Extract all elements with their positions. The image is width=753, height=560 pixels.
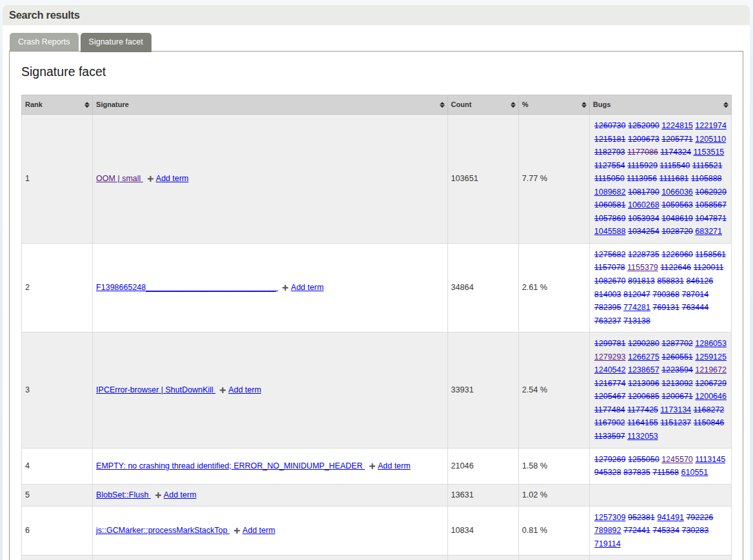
bug-link[interactable]: 1153515 — [694, 148, 725, 157]
bug-link[interactable]: 745334 — [652, 526, 680, 535]
bug-link[interactable]: 1200671 — [661, 392, 693, 401]
bug-link[interactable]: 1219672 — [695, 365, 727, 374]
bug-link[interactable]: 782395 — [594, 303, 621, 312]
bug-link[interactable]: 1245570 — [661, 455, 693, 464]
bug-link[interactable]: 1238657 — [628, 365, 660, 374]
bug-link[interactable]: 1115540 — [660, 161, 690, 170]
bug-link[interactable]: 1028720 — [661, 227, 693, 236]
add-term-link[interactable]: Add term — [291, 283, 324, 292]
bug-link[interactable]: 1127554 — [594, 161, 625, 170]
bug-link[interactable]: 1205771 — [661, 135, 693, 144]
bug-link[interactable]: 1177086 — [627, 148, 658, 157]
bug-link[interactable]: 1053934 — [628, 214, 660, 223]
bug-link[interactable]: 772441 — [623, 526, 650, 535]
column-header-rank[interactable]: Rank — [22, 95, 93, 115]
add-term-link[interactable]: Add term — [228, 385, 261, 394]
bug-link[interactable]: 1177425 — [627, 405, 658, 414]
bug-link[interactable]: 1275682 — [594, 250, 626, 259]
bug-link[interactable]: 1062929 — [695, 188, 727, 197]
bug-link[interactable]: 1058567 — [695, 200, 727, 209]
column-header-bugs[interactable]: Bugs — [589, 95, 731, 115]
bug-link[interactable]: 1059563 — [661, 200, 693, 209]
bug-link[interactable]: 1205467 — [594, 392, 626, 401]
bug-link[interactable]: 1252090 — [628, 121, 660, 130]
bug-link[interactable]: 1120011 — [694, 263, 724, 272]
bug-link[interactable]: 1266275 — [628, 352, 660, 362]
bug-link[interactable]: 1045588 — [594, 227, 626, 236]
column-header-count[interactable]: Count — [447, 95, 518, 115]
bug-link[interactable]: 1034254 — [628, 227, 660, 236]
bug-link[interactable]: 1082670 — [594, 276, 626, 285]
bug-link[interactable]: 1255050 — [628, 455, 660, 464]
bug-link[interactable]: 1205110 — [695, 135, 726, 144]
bug-link[interactable]: 1168272 — [694, 405, 725, 414]
bug-link[interactable]: 1155379 — [627, 263, 658, 272]
bug-link[interactable]: 812047 — [623, 290, 650, 299]
bug-link[interactable]: 1200685 — [628, 392, 660, 401]
bug-link[interactable]: 713138 — [623, 316, 650, 325]
add-term-link[interactable]: Add term — [156, 174, 189, 183]
bug-link[interactable]: 1287702 — [661, 339, 693, 348]
bug-link[interactable]: 787014 — [681, 290, 709, 299]
bug-link[interactable]: 945328 — [594, 468, 621, 477]
bug-link[interactable]: 1060581 — [594, 200, 626, 209]
bug-link[interactable]: 1089682 — [594, 188, 626, 197]
bug-link[interactable]: 1216774 — [594, 379, 626, 388]
bug-link[interactable]: 1279269 — [594, 455, 626, 464]
bug-link[interactable]: 952381 — [628, 513, 655, 522]
bug-link[interactable]: 763444 — [681, 303, 709, 312]
bug-link[interactable]: 837835 — [623, 468, 650, 477]
bug-link[interactable]: 1048619 — [661, 214, 693, 223]
bug-link[interactable]: 1209673 — [628, 135, 660, 144]
bug-link[interactable]: 1105888 — [691, 174, 722, 183]
add-term-link[interactable]: Add term — [164, 490, 197, 499]
bug-link[interactable]: 1113956 — [627, 174, 657, 183]
bug-link[interactable]: 774281 — [623, 303, 650, 312]
bug-link[interactable]: 789892 — [594, 526, 621, 535]
bug-link[interactable]: 610551 — [681, 468, 709, 477]
bug-link[interactable]: 1260551 — [661, 352, 693, 362]
bug-link[interactable]: 1200646 — [695, 392, 727, 401]
bug-link[interactable]: 1057869 — [594, 214, 626, 223]
bug-link[interactable]: 1115050 — [594, 174, 625, 183]
bug-link[interactable]: 1224815 — [661, 121, 693, 130]
bug-link[interactable]: 1299781 — [594, 339, 626, 348]
signature-link[interactable]: EMPTY: no crashing thread identified; ER… — [96, 461, 365, 470]
bug-link[interactable]: 1257309 — [594, 513, 626, 522]
bug-link[interactable]: 1213096 — [628, 379, 660, 388]
bug-link[interactable]: 1150846 — [694, 418, 725, 427]
signature-link[interactable]: OOM | small — [96, 174, 143, 183]
signature-link[interactable]: BlobSet::Flush — [96, 490, 151, 499]
column-header-signature[interactable]: Signature — [93, 95, 448, 115]
bug-link[interactable]: 1259125 — [695, 352, 727, 362]
bug-link[interactable]: 1081790 — [628, 188, 660, 197]
bug-link[interactable]: 891813 — [628, 276, 655, 285]
bug-link[interactable]: 1226960 — [661, 250, 693, 259]
add-term-link[interactable]: Add term — [242, 526, 275, 535]
bug-link[interactable]: 1221974 — [695, 121, 727, 130]
add-term-link[interactable]: Add term — [378, 461, 411, 470]
bug-link[interactable]: 1047871 — [695, 214, 727, 223]
bug-link[interactable]: 1174324 — [660, 148, 691, 157]
tab-signature-facet[interactable]: Signature facet — [81, 33, 152, 52]
signature-link[interactable]: IPCError-browser | ShutDownKill — [96, 385, 215, 394]
bug-link[interactable]: 1164155 — [627, 418, 658, 427]
signature-link[interactable]: js::GCMarker::processMarkStackTop — [96, 526, 230, 535]
bug-link[interactable]: 763237 — [594, 316, 621, 325]
bug-link[interactable]: 941491 — [657, 513, 684, 522]
bug-link[interactable]: 769131 — [652, 303, 680, 312]
bug-link[interactable]: 730283 — [681, 526, 709, 535]
bug-link[interactable]: 1215181 — [594, 135, 626, 144]
column-header--[interactable]: % — [518, 95, 589, 115]
bug-link[interactable]: 1111681 — [659, 174, 689, 183]
bug-link[interactable]: 1066036 — [661, 188, 693, 197]
bug-link[interactable]: 1158561 — [695, 250, 726, 259]
bug-link[interactable]: 814003 — [594, 290, 621, 299]
tab-crash-reports[interactable]: Crash Reports — [10, 33, 79, 51]
bug-link[interactable]: 792226 — [686, 513, 713, 522]
bug-link[interactable]: 1290280 — [628, 339, 660, 348]
bug-link[interactable]: 1115929 — [627, 161, 658, 170]
bug-link[interactable]: 1206729 — [695, 379, 727, 388]
bug-link[interactable]: 1151237 — [660, 418, 691, 427]
bug-link[interactable]: 1133597 — [594, 432, 625, 441]
